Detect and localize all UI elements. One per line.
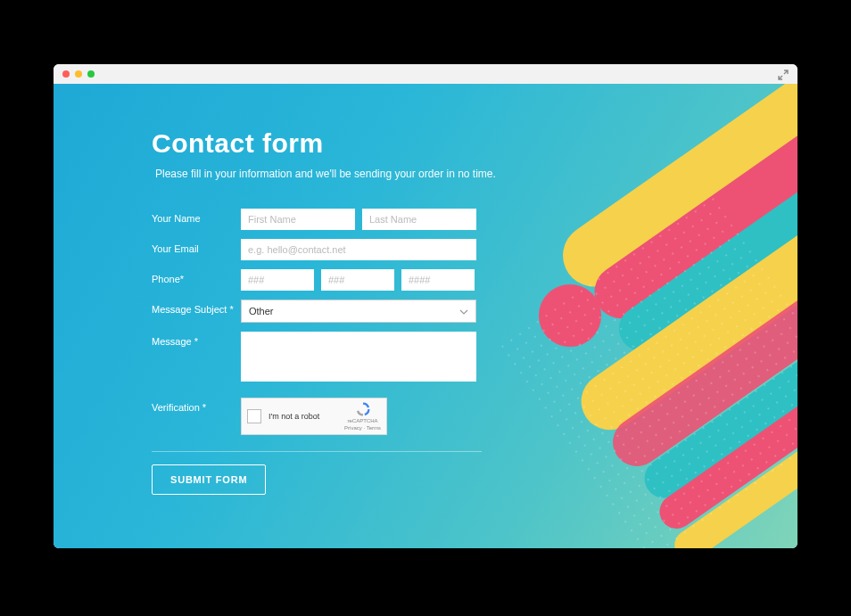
label-name: Your Name <box>152 209 241 224</box>
page-subtitle: Please fill in your information and we'l… <box>152 168 553 180</box>
first-name-input[interactable] <box>241 209 355 230</box>
chevron-down-icon <box>459 307 468 316</box>
label-subject: Message Subject * <box>152 300 241 315</box>
phone-area-input[interactable] <box>241 269 314 291</box>
page-content: Contact form Please fill in your informa… <box>54 84 797 548</box>
browser-window: Contact form Please fill in your informa… <box>54 64 797 548</box>
traffic-lights <box>62 70 95 78</box>
recaptcha-brand: reCAPTCHA <box>344 418 381 424</box>
recaptcha-checkbox[interactable] <box>247 409 261 423</box>
subject-select[interactable]: Other <box>241 300 476 323</box>
page-title: Contact form <box>152 128 553 159</box>
label-email: Your Email <box>152 239 241 254</box>
row-phone: Phone* <box>152 269 553 291</box>
phone-prefix-input[interactable] <box>321 269 394 291</box>
row-message: Message * <box>152 332 553 382</box>
email-input[interactable] <box>241 239 476 260</box>
expand-icon[interactable] <box>778 68 789 84</box>
recaptcha-terms: Privacy · Terms <box>344 425 381 431</box>
row-verification: Verification * I'm not a robot reCAPTCHA <box>152 398 553 435</box>
row-email: Your Email <box>152 239 553 260</box>
row-name: Your Name <box>152 209 553 230</box>
close-window-button[interactable] <box>62 70 70 78</box>
label-phone: Phone* <box>152 269 241 284</box>
minimize-window-button[interactable] <box>75 70 82 78</box>
form-divider <box>152 451 482 452</box>
phone-line-input[interactable] <box>401 269 475 291</box>
submit-button[interactable]: SUBMIT FORM <box>152 464 266 495</box>
contact-form: Contact form Please fill in your informa… <box>54 84 553 495</box>
recaptcha-widget: I'm not a robot reCAPTCHA Privacy · Term… <box>241 398 387 435</box>
window-title-bar <box>54 64 797 84</box>
subject-selected-value: Other <box>249 306 274 316</box>
last-name-input[interactable] <box>362 209 476 230</box>
label-message: Message * <box>152 332 241 347</box>
message-textarea[interactable] <box>241 332 476 382</box>
row-subject: Message Subject * Other <box>152 300 553 323</box>
recaptcha-label: I'm not a robot <box>269 412 337 421</box>
maximize-window-button[interactable] <box>87 70 95 78</box>
recaptcha-logo: reCAPTCHA Privacy · Terms <box>344 401 381 431</box>
label-verification: Verification * <box>152 398 241 413</box>
